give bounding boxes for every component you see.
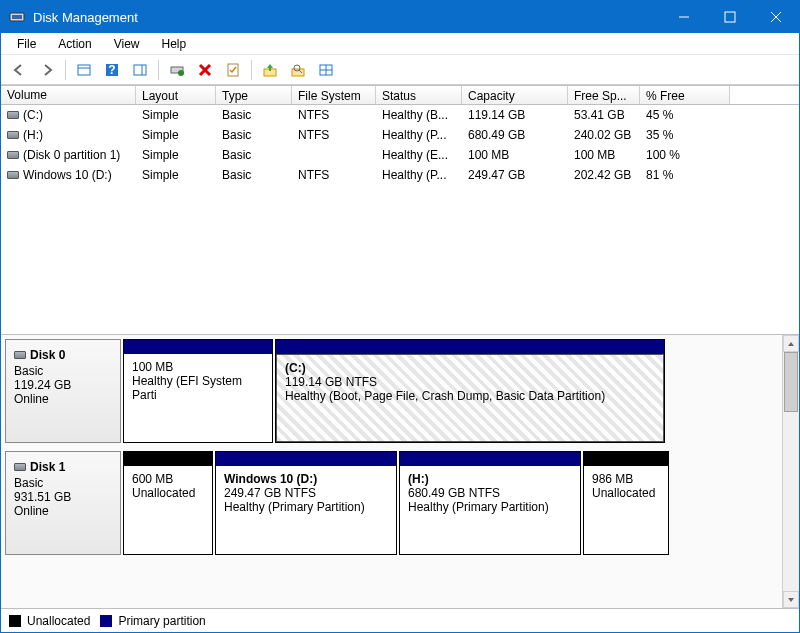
partition-status: Healthy (EFI System Parti	[132, 374, 264, 402]
toolbar-separator	[251, 60, 252, 80]
volume-row[interactable]: (C:)SimpleBasicNTFSHealthy (B...119.14 G…	[1, 105, 799, 125]
disk-management-window: Disk Management File Action View Help ? …	[0, 0, 800, 633]
disk-state: Online	[14, 504, 112, 518]
column-percent-free[interactable]: % Free	[640, 86, 730, 104]
volume-pfree-cell: 35 %	[640, 126, 730, 144]
partition-body: 986 MBUnallocated	[584, 466, 668, 554]
legend-primary: Primary partition	[118, 614, 205, 628]
volume-type-cell: Basic	[216, 106, 292, 124]
legend-unallocated: Unallocated	[27, 614, 90, 628]
partition-title: (C:)	[285, 361, 655, 375]
toolbar-separator	[158, 60, 159, 80]
up-button[interactable]	[258, 58, 282, 82]
primary-swatch	[100, 615, 112, 627]
menubar: File Action View Help	[1, 33, 799, 55]
volume-row[interactable]: (Disk 0 partition 1)SimpleBasicHealthy (…	[1, 145, 799, 165]
partition-color-bar	[124, 452, 212, 466]
volume-layout-cell: Simple	[136, 166, 216, 184]
properties-button[interactable]	[221, 58, 245, 82]
volume-name-cell: (C:)	[1, 106, 136, 124]
volume-row[interactable]: Windows 10 (D:)SimpleBasicNTFSHealthy (P…	[1, 165, 799, 185]
delete-button[interactable]	[193, 58, 217, 82]
menu-file[interactable]: File	[7, 35, 46, 53]
column-layout[interactable]: Layout	[136, 86, 216, 104]
app-icon	[9, 9, 25, 25]
partition-body: (C:)119.14 GB NTFSHealthy (Boot, Page Fi…	[276, 354, 664, 442]
menu-help[interactable]: Help	[152, 35, 197, 53]
column-capacity[interactable]: Capacity	[462, 86, 568, 104]
disk-layout-area: Disk 0Basic119.24 GBOnline100 MBHealthy …	[1, 335, 782, 608]
volume-layout-cell: Simple	[136, 106, 216, 124]
volume-free-cell: 100 MB	[568, 146, 640, 164]
refresh-button[interactable]	[165, 58, 189, 82]
disk-size: 931.51 GB	[14, 490, 112, 504]
drive-icon	[7, 151, 19, 159]
show-hide-console-tree-button[interactable]	[72, 58, 96, 82]
scroll-thumb[interactable]	[784, 352, 798, 412]
volume-capacity-cell: 100 MB	[462, 146, 568, 164]
volume-type-cell: Basic	[216, 166, 292, 184]
column-file-system[interactable]: File System	[292, 86, 376, 104]
volume-name-cell: Windows 10 (D:)	[1, 166, 136, 184]
volume-pfree-cell: 100 %	[640, 146, 730, 164]
partition-size: 986 MB	[592, 472, 660, 486]
show-hide-action-pane-button[interactable]	[128, 58, 152, 82]
disk-partitions: 100 MBHealthy (EFI System Parti(C:)119.1…	[121, 339, 782, 443]
column-volume[interactable]: Volume	[1, 86, 136, 104]
settings-button[interactable]	[314, 58, 338, 82]
volume-status-cell: Healthy (E...	[376, 146, 462, 164]
volume-name-cell: (Disk 0 partition 1)	[1, 146, 136, 164]
disk-name: Disk 0	[30, 348, 65, 362]
volume-capacity-cell: 249.47 GB	[462, 166, 568, 184]
partition-status: Unallocated	[132, 486, 204, 500]
partition-size: 249.47 GB NTFS	[224, 486, 388, 500]
maximize-button[interactable]	[707, 1, 753, 33]
partition-color-bar	[216, 452, 396, 466]
menu-view[interactable]: View	[104, 35, 150, 53]
toolbar: ?	[1, 55, 799, 85]
disk-partitions: 600 MBUnallocatedWindows 10 (D:)249.47 G…	[121, 451, 782, 555]
disk-type: Basic	[14, 364, 112, 378]
partition-unallocated[interactable]: 600 MBUnallocated	[123, 451, 213, 555]
back-button[interactable]	[7, 58, 31, 82]
partition-title: (H:)	[408, 472, 572, 486]
minimize-button[interactable]	[661, 1, 707, 33]
partition-color-bar	[276, 340, 664, 354]
partition-primary[interactable]: (H:)680.49 GB NTFSHealthy (Primary Parti…	[399, 451, 581, 555]
partition-title: Windows 10 (D:)	[224, 472, 388, 486]
scroll-track[interactable]	[783, 352, 799, 591]
volume-pfree-cell: 45 %	[640, 106, 730, 124]
column-type[interactable]: Type	[216, 86, 292, 104]
forward-button[interactable]	[35, 58, 59, 82]
vertical-scrollbar[interactable]	[782, 335, 799, 608]
volume-row[interactable]: (H:)SimpleBasicNTFSHealthy (P...680.49 G…	[1, 125, 799, 145]
partition-primary[interactable]: 100 MBHealthy (EFI System Parti	[123, 339, 273, 443]
search-button[interactable]	[286, 58, 310, 82]
partition-color-bar	[124, 340, 272, 354]
volume-status-cell: Healthy (B...	[376, 106, 462, 124]
partition-primary[interactable]: (C:)119.14 GB NTFSHealthy (Boot, Page Fi…	[275, 339, 665, 443]
partition-size: 100 MB	[132, 360, 264, 374]
menu-action[interactable]: Action	[48, 35, 101, 53]
partition-body: 100 MBHealthy (EFI System Parti	[124, 354, 272, 442]
close-button[interactable]	[753, 1, 799, 33]
help-button[interactable]: ?	[100, 58, 124, 82]
partition-status: Healthy (Primary Partition)	[224, 500, 388, 514]
legend-bar: Unallocated Primary partition	[1, 608, 799, 632]
volume-fs-cell: NTFS	[292, 106, 376, 124]
partition-primary[interactable]: Windows 10 (D:)249.47 GB NTFSHealthy (Pr…	[215, 451, 397, 555]
titlebar[interactable]: Disk Management	[1, 1, 799, 33]
scroll-down-button[interactable]	[783, 591, 799, 608]
column-free-space[interactable]: Free Sp...	[568, 86, 640, 104]
partition-unallocated[interactable]: 986 MBUnallocated	[583, 451, 669, 555]
disk-label[interactable]: Disk 1Basic931.51 GBOnline	[5, 451, 121, 555]
column-status[interactable]: Status	[376, 86, 462, 104]
volume-fs-cell	[292, 153, 376, 157]
partition-body: 600 MBUnallocated	[124, 466, 212, 554]
partition-body: Windows 10 (D:)249.47 GB NTFSHealthy (Pr…	[216, 466, 396, 554]
disk-row: Disk 1Basic931.51 GBOnline600 MBUnalloca…	[5, 451, 782, 555]
partition-color-bar	[584, 452, 668, 466]
disk-icon	[14, 351, 26, 359]
disk-label[interactable]: Disk 0Basic119.24 GBOnline	[5, 339, 121, 443]
scroll-up-button[interactable]	[783, 335, 799, 352]
